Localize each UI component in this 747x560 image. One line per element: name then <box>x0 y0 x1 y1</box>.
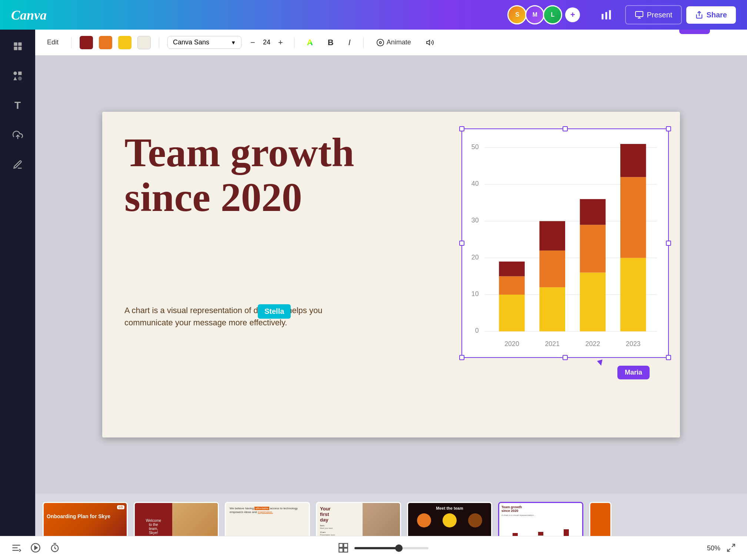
svg-point-10 <box>13 71 17 75</box>
fullscreen-icon <box>726 543 736 553</box>
svg-line-66 <box>732 544 735 547</box>
color-swatch-orange[interactable] <box>99 36 112 49</box>
animate-icon <box>376 38 384 47</box>
bold-icon: B <box>328 38 334 47</box>
bold-button[interactable]: B <box>323 36 338 50</box>
svg-text:40: 40 <box>471 180 479 187</box>
toolbar-separator-4 <box>363 37 364 48</box>
resize-handle-rm[interactable] <box>666 241 671 246</box>
text-color-button[interactable]: A <box>303 36 317 50</box>
chart-svg: 0 10 20 30 40 50 <box>462 129 668 357</box>
color-swatch-yellow[interactable] <box>118 36 131 49</box>
app-logo[interactable]: Canva <box>11 7 47 23</box>
avatar-user3[interactable]: L <box>543 5 562 24</box>
svg-line-67 <box>727 549 730 551</box>
charts-icon <box>601 9 612 20</box>
audio-button[interactable] <box>421 36 438 49</box>
svg-rect-3 <box>636 11 643 17</box>
resize-handle-tm[interactable] <box>563 126 568 131</box>
grid-icon <box>338 543 349 553</box>
font-size-increase[interactable]: + <box>275 36 286 49</box>
sidebar-item-elements[interactable] <box>9 67 27 85</box>
toolbar: Edit Canva Sans ▼ − 24 + A B I Animate ▲ <box>35 30 747 56</box>
audio-icon <box>426 38 434 47</box>
svg-text:2023: 2023 <box>626 340 641 348</box>
slide[interactable]: Team growth since 2020 A chart is a visu… <box>102 112 680 437</box>
share-button[interactable]: Share <box>686 6 736 24</box>
slide-title-line2: since 2020 <box>124 175 354 220</box>
svg-rect-42 <box>540 287 566 331</box>
color-swatch-darkred[interactable] <box>80 36 93 49</box>
present-button[interactable]: Present <box>625 5 682 24</box>
toolbar-separator-3 <box>294 37 294 48</box>
resize-handle-tl[interactable] <box>459 126 464 131</box>
svg-rect-11 <box>18 71 21 75</box>
sidebar: T <box>0 30 35 560</box>
chart-container[interactable]: ▼ Maria 0 10 20 30 40 50 <box>461 128 669 358</box>
svg-rect-0 <box>602 14 604 20</box>
font-size-decrease[interactable]: − <box>247 36 258 49</box>
play-button[interactable] <box>30 543 41 554</box>
maria-tooltip: Maria <box>617 366 650 379</box>
svg-rect-44 <box>540 221 566 250</box>
bottom-controls: 50% <box>0 536 747 560</box>
notes-icon <box>11 543 21 553</box>
avatar-user1[interactable]: S <box>507 5 527 24</box>
zoom-slider-fill <box>354 547 399 549</box>
collaborator-avatars: S M L + <box>507 5 580 24</box>
edit-label: Edit <box>47 38 59 46</box>
charts-button[interactable] <box>592 5 621 25</box>
animate-label: Animate <box>387 38 411 46</box>
resize-handle-tr[interactable] <box>666 126 671 131</box>
svg-text:2021: 2021 <box>545 340 560 348</box>
italic-icon: I <box>349 38 351 47</box>
svg-rect-6 <box>14 43 17 46</box>
zoom-control <box>60 543 707 554</box>
font-size-value: 24 <box>261 38 272 46</box>
color-swatch-cream[interactable] <box>137 36 151 49</box>
resize-handle-bm[interactable] <box>563 355 568 360</box>
elements-icon <box>13 71 23 81</box>
sidebar-item-upload[interactable] <box>9 126 27 144</box>
text-icon: T <box>14 100 21 111</box>
add-collaborator-button[interactable]: + <box>565 7 580 22</box>
resize-handle-bl[interactable] <box>459 355 464 360</box>
zoom-slider-track[interactable] <box>354 547 428 549</box>
edit-button[interactable]: Edit <box>43 36 63 48</box>
thumb-3-title: We believe having affordable access to t… <box>230 507 298 514</box>
fullscreen-button[interactable] <box>726 543 736 554</box>
svg-text:10: 10 <box>471 290 479 297</box>
zoom-slider-thumb[interactable] <box>395 544 403 552</box>
animate-button[interactable]: Animate <box>372 36 416 49</box>
thumb-4-title: Yourfirstday <box>320 506 360 523</box>
upload-icon <box>13 130 23 140</box>
svg-rect-43 <box>540 250 566 287</box>
grid-view-button[interactable] <box>338 543 349 554</box>
resize-handle-br[interactable] <box>666 355 671 360</box>
sidebar-item-layout[interactable] <box>9 37 27 56</box>
layout-icon <box>13 41 23 51</box>
sidebar-item-text[interactable]: T <box>9 96 27 115</box>
bottom-right-controls: 50% <box>707 543 736 554</box>
font-selector[interactable]: Canva Sans ▼ <box>167 36 241 49</box>
svg-marker-59 <box>35 546 37 549</box>
svg-rect-62 <box>339 543 343 547</box>
thumb-2-title: Welcometo theteam,Skye! <box>146 519 161 535</box>
svg-point-24 <box>377 39 383 46</box>
italic-button[interactable]: I <box>344 36 355 50</box>
share-icon <box>695 11 703 19</box>
thumb-6-text: A chart is a visual representation... <box>501 514 580 516</box>
text-color-icon: A <box>307 38 313 47</box>
present-label: Present <box>647 11 672 19</box>
slide-title: Team growth since 2020 <box>124 130 354 220</box>
timer-button[interactable] <box>50 543 60 554</box>
avatar-user2[interactable]: M <box>525 5 544 24</box>
font-size-control: − 24 + <box>247 36 286 49</box>
sidebar-item-draw[interactable] <box>9 155 27 174</box>
svg-rect-63 <box>344 543 348 547</box>
svg-point-13 <box>18 77 21 80</box>
notes-button[interactable] <box>11 543 21 554</box>
svg-rect-48 <box>620 258 646 331</box>
svg-text:0: 0 <box>475 327 479 334</box>
resize-handle-lm[interactable] <box>459 241 464 246</box>
